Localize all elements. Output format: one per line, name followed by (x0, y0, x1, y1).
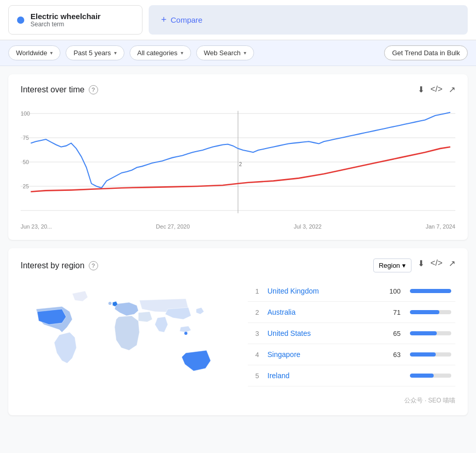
map-container (21, 281, 237, 394)
region-name-5[interactable]: Ireland (267, 371, 380, 380)
region-name-2[interactable]: Australia (267, 308, 380, 316)
category-label: All categories (137, 49, 178, 57)
search-term-card: Electric wheelchair Search term (8, 5, 142, 35)
region-list: 1 United Kingdom 100 2 Australia 71 3 Un… (248, 281, 455, 394)
help-icon-region[interactable]: ? (89, 261, 98, 270)
watermark: 公众号 · SEO 喵喵 (21, 396, 455, 405)
code-icon[interactable]: </> (431, 85, 442, 94)
region-item: 2 Australia 71 (248, 302, 455, 323)
region-value-2: 71 (385, 309, 401, 316)
world-map-svg (21, 281, 237, 394)
download-icon[interactable]: ⬇ (418, 85, 424, 94)
chevron-down-icon-5: ▾ (402, 262, 406, 269)
compare-card[interactable]: + Compare (149, 5, 468, 35)
filter-row: Worldwide ▾ Past 5 years ▾ All categorie… (0, 40, 476, 66)
svg-point-11 (184, 332, 187, 335)
region-bar-container-1 (410, 289, 451, 293)
section-header-region: Interest by region ? Region ▾ ⬇ </> ↗ (21, 258, 455, 272)
region-item: 4 Singapore 63 (248, 344, 455, 365)
chart-x-labels: Jun 23, 20... Dec 27, 2020 Jul 3, 2022 J… (21, 221, 455, 230)
region-bar-4 (410, 352, 436, 357)
search-type-filter[interactable]: Web Search ▾ (196, 45, 254, 60)
time-range-filter[interactable]: Past 5 years ▾ (66, 45, 124, 60)
help-icon-time[interactable]: ? (89, 85, 98, 94)
region-filter-button[interactable]: Region ▾ (373, 258, 411, 272)
region-bar-container-2 (410, 310, 451, 314)
region-rank-4: 4 (252, 351, 262, 359)
search-type-label: Web Search (204, 49, 241, 57)
region-item: 1 United Kingdom 100 (248, 281, 455, 302)
compare-plus-icon: + (161, 14, 167, 25)
region-item: 5 Ireland (248, 365, 455, 386)
region-rank-2: 2 (252, 309, 262, 316)
chevron-down-icon: ▾ (50, 50, 53, 56)
search-term-label: Search term (30, 21, 101, 28)
share-icon[interactable]: ↗ (449, 85, 455, 94)
location-filter[interactable]: Worldwide ▾ (8, 45, 60, 60)
region-rank-1: 1 (252, 287, 262, 295)
search-term-text: Electric wheelchair Search term (30, 12, 101, 28)
share-icon-region[interactable]: ↗ (449, 258, 455, 272)
svg-text:100: 100 (21, 110, 30, 117)
header-row: Electric wheelchair Search term + Compar… (0, 0, 476, 40)
interest-by-region-section: Interest by region ? Region ▾ ⬇ </> ↗ (8, 248, 468, 415)
svg-text:2: 2 (239, 161, 242, 167)
region-bar-2 (410, 310, 439, 314)
x-label-4: Jan 7, 2024 (426, 223, 456, 230)
category-filter[interactable]: All categories ▾ (130, 45, 191, 60)
x-label-1: Jun 23, 20... (21, 223, 52, 230)
region-bar-container-4 (410, 352, 451, 357)
region-item: 3 United States 65 (248, 323, 455, 344)
chevron-down-icon-2: ▾ (114, 50, 117, 56)
region-bar-5 (410, 374, 434, 378)
location-label: Worldwide (16, 49, 47, 57)
region-bar-1 (410, 289, 451, 293)
svg-text:50: 50 (23, 159, 29, 165)
time-range-label: Past 5 years (73, 49, 110, 57)
svg-text:75: 75 (23, 135, 29, 141)
section-header-time: Interest over time ? ⬇ </> ↗ (21, 85, 455, 94)
region-content: 1 United Kingdom 100 2 Australia 71 3 Un… (21, 281, 455, 394)
time-section-actions: ⬇ </> ↗ (418, 85, 455, 94)
x-label-2: Dec 27, 2020 (156, 223, 189, 230)
region-name-3[interactable]: United States (267, 329, 380, 337)
time-chart-svg: 100 75 50 25 2 (21, 103, 455, 221)
time-chart-container: 100 75 50 25 2 (21, 103, 455, 221)
chevron-down-icon-4: ▾ (244, 50, 246, 56)
compare-label: Compare (171, 15, 203, 24)
trend-data-button[interactable]: Get Trend Data in Bulk (384, 45, 468, 60)
region-bar-container-5 (410, 374, 451, 378)
region-name-4[interactable]: Singapore (267, 350, 380, 359)
region-bar-3 (410, 331, 437, 335)
region-rank-3: 3 (252, 330, 262, 337)
search-term-name: Electric wheelchair (30, 12, 101, 21)
svg-text:25: 25 (23, 183, 29, 189)
svg-point-12 (108, 302, 112, 305)
region-rank-5: 5 (252, 372, 262, 380)
interest-by-region-title: Interest by region ? (21, 261, 98, 270)
region-section-actions: Region ▾ ⬇ </> ↗ (373, 258, 455, 272)
chevron-down-icon-3: ▾ (181, 50, 183, 56)
interest-over-time-title: Interest over time ? (21, 85, 98, 94)
search-term-dot (17, 17, 24, 24)
region-value-3: 65 (385, 330, 401, 337)
code-icon-region[interactable]: </> (431, 258, 442, 272)
x-label-3: Jul 3, 2022 (294, 223, 322, 230)
region-name-1[interactable]: United Kingdom (267, 287, 380, 295)
interest-over-time-section: Interest over time ? ⬇ </> ↗ 100 75 50 2… (8, 74, 468, 240)
download-icon-region[interactable]: ⬇ (418, 258, 424, 272)
region-bar-container-3 (410, 331, 451, 335)
region-value-1: 100 (385, 287, 401, 295)
region-value-4: 63 (385, 351, 401, 359)
